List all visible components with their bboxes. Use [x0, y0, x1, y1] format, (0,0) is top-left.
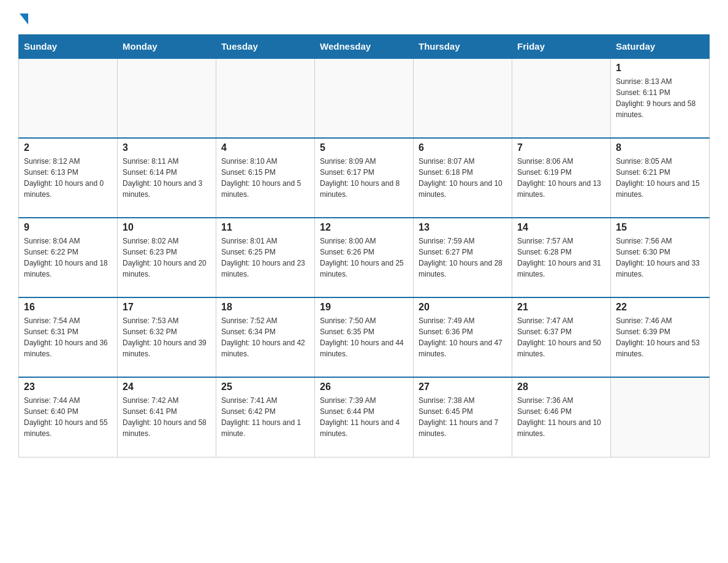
day-info: Sunrise: 7:42 AM Sunset: 6:41 PM Dayligh… [123, 395, 211, 439]
day-info: Sunrise: 7:41 AM Sunset: 6:42 PM Dayligh… [221, 395, 309, 439]
day-number: 1 [616, 63, 704, 74]
calendar-day-cell: 4Sunrise: 8:10 AM Sunset: 6:15 PM Daylig… [216, 138, 315, 218]
day-info: Sunrise: 7:50 AM Sunset: 6:35 PM Dayligh… [320, 315, 408, 359]
calendar-day-cell: 21Sunrise: 7:47 AM Sunset: 6:37 PM Dayli… [512, 297, 611, 377]
calendar-day-cell: 8Sunrise: 8:05 AM Sunset: 6:21 PM Daylig… [611, 138, 710, 218]
calendar-day-cell: 1Sunrise: 8:13 AM Sunset: 6:11 PM Daylig… [611, 58, 710, 138]
calendar-day-cell: 27Sunrise: 7:38 AM Sunset: 6:45 PM Dayli… [414, 377, 512, 457]
day-info: Sunrise: 8:02 AM Sunset: 6:23 PM Dayligh… [123, 236, 211, 280]
calendar-day-cell: 16Sunrise: 7:54 AM Sunset: 6:31 PM Dayli… [19, 297, 118, 377]
calendar-day-cell: 13Sunrise: 7:59 AM Sunset: 6:27 PM Dayli… [414, 218, 512, 297]
day-number: 21 [517, 302, 605, 313]
weekday-header-tuesday: Tuesday [216, 35, 315, 59]
day-number: 15 [616, 222, 704, 233]
calendar-day-cell: 10Sunrise: 8:02 AM Sunset: 6:23 PM Dayli… [118, 218, 216, 297]
day-info: Sunrise: 7:36 AM Sunset: 6:46 PM Dayligh… [517, 395, 605, 439]
day-number: 18 [221, 302, 309, 313]
day-info: Sunrise: 7:54 AM Sunset: 6:31 PM Dayligh… [24, 315, 112, 359]
calendar-day-cell [611, 377, 710, 457]
calendar-day-cell: 26Sunrise: 7:39 AM Sunset: 6:44 PM Dayli… [315, 377, 414, 457]
weekday-header-row: SundayMondayTuesdayWednesdayThursdayFrid… [19, 35, 710, 59]
day-info: Sunrise: 7:39 AM Sunset: 6:44 PM Dayligh… [320, 395, 408, 439]
calendar-day-cell: 22Sunrise: 7:46 AM Sunset: 6:39 PM Dayli… [611, 297, 710, 377]
day-number: 22 [616, 302, 704, 313]
day-info: Sunrise: 8:07 AM Sunset: 6:18 PM Dayligh… [419, 156, 507, 200]
day-number: 23 [24, 381, 112, 393]
day-info: Sunrise: 7:44 AM Sunset: 6:40 PM Dayligh… [24, 395, 112, 439]
calendar-week-row: 23Sunrise: 7:44 AM Sunset: 6:40 PM Dayli… [19, 377, 710, 457]
calendar-body: 1Sunrise: 8:13 AM Sunset: 6:11 PM Daylig… [19, 58, 710, 457]
day-number: 12 [320, 222, 408, 233]
calendar-day-cell: 15Sunrise: 7:56 AM Sunset: 6:30 PM Dayli… [611, 218, 710, 297]
day-info: Sunrise: 8:12 AM Sunset: 6:13 PM Dayligh… [24, 156, 112, 200]
calendar-day-cell: 11Sunrise: 8:01 AM Sunset: 6:25 PM Dayli… [216, 218, 315, 297]
day-number: 13 [419, 222, 507, 233]
calendar-day-cell [414, 58, 512, 138]
calendar-day-cell: 5Sunrise: 8:09 AM Sunset: 6:17 PM Daylig… [315, 138, 414, 218]
calendar-day-cell: 6Sunrise: 8:07 AM Sunset: 6:18 PM Daylig… [414, 138, 512, 218]
calendar-day-cell: 19Sunrise: 7:50 AM Sunset: 6:35 PM Dayli… [315, 297, 414, 377]
day-number: 2 [24, 142, 112, 153]
day-number: 27 [419, 381, 507, 393]
day-number: 16 [24, 302, 112, 313]
calendar-day-cell [512, 58, 611, 138]
day-info: Sunrise: 7:59 AM Sunset: 6:27 PM Dayligh… [419, 236, 507, 280]
weekday-header-thursday: Thursday [414, 35, 512, 59]
calendar-day-cell: 3Sunrise: 8:11 AM Sunset: 6:14 PM Daylig… [118, 138, 216, 218]
day-number: 4 [221, 142, 309, 153]
day-info: Sunrise: 8:13 AM Sunset: 6:11 PM Dayligh… [616, 76, 704, 120]
weekday-header-friday: Friday [512, 35, 611, 59]
calendar-day-cell: 25Sunrise: 7:41 AM Sunset: 6:42 PM Dayli… [216, 377, 315, 457]
day-info: Sunrise: 8:09 AM Sunset: 6:17 PM Dayligh… [320, 156, 408, 200]
day-info: Sunrise: 8:10 AM Sunset: 6:15 PM Dayligh… [221, 156, 309, 200]
day-info: Sunrise: 8:01 AM Sunset: 6:25 PM Dayligh… [221, 236, 309, 280]
calendar-day-cell: 24Sunrise: 7:42 AM Sunset: 6:41 PM Dayli… [118, 377, 216, 457]
day-number: 20 [419, 302, 507, 313]
calendar-day-cell: 12Sunrise: 8:00 AM Sunset: 6:26 PM Dayli… [315, 218, 414, 297]
calendar-day-cell: 23Sunrise: 7:44 AM Sunset: 6:40 PM Dayli… [19, 377, 118, 457]
day-number: 5 [320, 142, 408, 153]
day-info: Sunrise: 7:52 AM Sunset: 6:34 PM Dayligh… [221, 315, 309, 359]
calendar-day-cell [118, 58, 216, 138]
day-number: 24 [123, 381, 211, 393]
calendar-week-row: 9Sunrise: 8:04 AM Sunset: 6:22 PM Daylig… [19, 218, 710, 297]
day-number: 3 [123, 142, 211, 153]
day-number: 25 [221, 381, 309, 393]
calendar-week-row: 2Sunrise: 8:12 AM Sunset: 6:13 PM Daylig… [19, 138, 710, 218]
calendar-day-cell: 17Sunrise: 7:53 AM Sunset: 6:32 PM Dayli… [118, 297, 216, 377]
weekday-header-sunday: Sunday [19, 35, 118, 59]
calendar-day-cell: 20Sunrise: 7:49 AM Sunset: 6:36 PM Dayli… [414, 297, 512, 377]
day-info: Sunrise: 7:53 AM Sunset: 6:32 PM Dayligh… [123, 315, 211, 359]
day-info: Sunrise: 8:04 AM Sunset: 6:22 PM Dayligh… [24, 236, 112, 280]
calendar-day-cell: 7Sunrise: 8:06 AM Sunset: 6:19 PM Daylig… [512, 138, 611, 218]
calendar-day-cell [19, 58, 118, 138]
day-info: Sunrise: 8:11 AM Sunset: 6:14 PM Dayligh… [123, 156, 211, 200]
calendar-day-cell: 28Sunrise: 7:36 AM Sunset: 6:46 PM Dayli… [512, 377, 611, 457]
day-number: 9 [24, 222, 112, 233]
day-info: Sunrise: 7:47 AM Sunset: 6:37 PM Dayligh… [517, 315, 605, 359]
calendar-day-cell [315, 58, 414, 138]
calendar-week-row: 16Sunrise: 7:54 AM Sunset: 6:31 PM Dayli… [19, 297, 710, 377]
day-info: Sunrise: 7:46 AM Sunset: 6:39 PM Dayligh… [616, 315, 704, 359]
calendar-day-cell: 2Sunrise: 8:12 AM Sunset: 6:13 PM Daylig… [19, 138, 118, 218]
weekday-header-saturday: Saturday [611, 35, 710, 59]
calendar-day-cell: 18Sunrise: 7:52 AM Sunset: 6:34 PM Dayli… [216, 297, 315, 377]
day-info: Sunrise: 8:05 AM Sunset: 6:21 PM Dayligh… [616, 156, 704, 200]
calendar-day-cell [216, 58, 315, 138]
logo [18, 12, 28, 25]
calendar-week-row: 1Sunrise: 8:13 AM Sunset: 6:11 PM Daylig… [19, 58, 710, 138]
logo-triangle-icon [20, 13, 28, 25]
calendar-table: SundayMondayTuesdayWednesdayThursdayFrid… [18, 34, 710, 458]
page-header [18, 12, 710, 25]
calendar-day-cell: 14Sunrise: 7:57 AM Sunset: 6:28 PM Dayli… [512, 218, 611, 297]
day-number: 28 [517, 381, 605, 393]
calendar-header: SundayMondayTuesdayWednesdayThursdayFrid… [19, 35, 710, 59]
calendar-day-cell: 9Sunrise: 8:04 AM Sunset: 6:22 PM Daylig… [19, 218, 118, 297]
day-number: 11 [221, 222, 309, 233]
day-info: Sunrise: 8:06 AM Sunset: 6:19 PM Dayligh… [517, 156, 605, 200]
day-number: 19 [320, 302, 408, 313]
day-number: 26 [320, 381, 408, 393]
day-number: 7 [517, 142, 605, 153]
weekday-header-wednesday: Wednesday [315, 35, 414, 59]
day-number: 10 [123, 222, 211, 233]
